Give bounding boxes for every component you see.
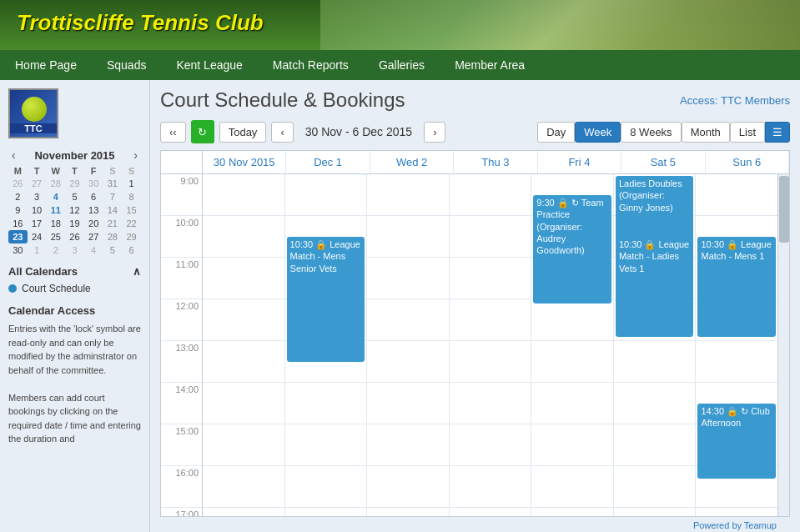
dc8[interactable] (450, 508, 531, 516)
dc5[interactable] (203, 383, 284, 424)
mini-cal-day[interactable]: 1 (28, 243, 47, 257)
dc1[interactable] (450, 216, 531, 258)
dc8[interactable] (696, 508, 777, 516)
dc4[interactable] (614, 341, 696, 383)
event-league-mens-1[interactable]: 10:30 🔒 League Match - Mens 1 (697, 237, 776, 337)
mini-cal-day[interactable]: 6 (84, 190, 103, 203)
mini-cal-day[interactable]: 26 (8, 177, 28, 190)
dc4[interactable] (450, 341, 531, 383)
mini-cal-day[interactable]: 19 (65, 217, 84, 230)
dc3[interactable] (367, 299, 449, 341)
mini-cal-day[interactable]: 31 (103, 177, 123, 190)
dc6[interactable] (367, 424, 449, 466)
dc0[interactable] (696, 174, 777, 216)
day-header-1[interactable]: Dec 1 (286, 151, 370, 173)
dc5[interactable] (531, 383, 613, 424)
dc7[interactable] (450, 466, 531, 508)
day-header-5[interactable]: Sat 5 (621, 151, 705, 173)
mini-cal-day[interactable]: 30 (84, 177, 103, 190)
view-day-button[interactable]: Day (537, 122, 575, 143)
view-8weeks-button[interactable]: 8 Weeks (621, 122, 681, 143)
mini-cal-day[interactable]: 4 (84, 243, 103, 257)
mini-cal-day[interactable]: 22 (122, 217, 141, 230)
mini-cal-day[interactable]: 24 (28, 230, 47, 243)
mini-cal-day[interactable]: 16 (8, 217, 28, 230)
scrollbar-thumb[interactable] (779, 176, 789, 243)
mini-cal-day[interactable]: 21 (103, 217, 123, 230)
dc0[interactable] (367, 174, 449, 216)
mini-cal-day[interactable]: 11 (46, 203, 65, 217)
dc3[interactable] (531, 299, 613, 341)
mini-cal-day[interactable]: 18 (46, 217, 65, 230)
dc5[interactable] (367, 383, 449, 424)
mini-cal-day[interactable]: 9 (8, 203, 28, 217)
prev-period-button[interactable]: ‹‹ (160, 122, 186, 143)
mini-cal-day[interactable]: 14 (103, 203, 123, 217)
dc4[interactable] (367, 341, 449, 383)
mini-cal-day[interactable]: 27 (28, 177, 47, 190)
mini-cal-day[interactable]: 17 (28, 217, 47, 230)
day-col-5[interactable]: Ladies Doubles (Organiser: Ginny Jones) … (614, 174, 697, 516)
dc1[interactable] (367, 216, 449, 258)
event-league-ladies-vets[interactable]: 10:30 🔒 League Match - Ladies Vets 1 (616, 237, 694, 337)
dc3[interactable] (203, 299, 284, 341)
mini-cal-day[interactable]: 29 (65, 177, 84, 190)
mini-cal-day[interactable]: 13 (84, 203, 103, 217)
day-col-1[interactable]: 10:30 🔒 League Match - Mens Senior Vets (285, 174, 368, 516)
dc7[interactable] (285, 466, 367, 508)
dc8[interactable] (367, 508, 449, 516)
nav-match-reports[interactable]: Match Reports (258, 50, 364, 80)
refresh-button[interactable]: ↻ (191, 120, 214, 143)
mini-cal-day[interactable]: 3 (65, 243, 84, 257)
mini-cal-day[interactable]: 28 (46, 177, 65, 190)
mini-cal-day[interactable]: 28 (103, 230, 123, 243)
mini-cal-day[interactable]: 25 (46, 230, 65, 243)
dc8[interactable] (614, 508, 696, 516)
powered-by-link[interactable]: Powered by Teamup (693, 520, 777, 530)
today-button[interactable]: Today (219, 122, 267, 143)
dc4[interactable] (203, 341, 284, 383)
event-team-practice[interactable]: 9:30 🔒 ↻ Team Practice (Organiser: Audre… (533, 195, 611, 304)
mini-cal-day[interactable]: 26 (65, 230, 84, 243)
mini-cal-day[interactable]: 10 (28, 203, 47, 217)
view-list-button[interactable]: List (730, 122, 765, 143)
dc8[interactable] (285, 508, 367, 516)
dc8[interactable] (531, 508, 613, 516)
dc0[interactable] (285, 174, 367, 216)
mini-cal-prev[interactable]: ‹ (8, 148, 19, 162)
dc0[interactable] (203, 174, 284, 216)
nav-home[interactable]: Home Page (0, 50, 92, 80)
mini-cal-day[interactable]: 4 (46, 190, 65, 203)
mini-cal-day[interactable]: 2 (46, 243, 65, 257)
mini-cal-day[interactable]: 3 (28, 190, 47, 203)
prev-week-button[interactable]: ‹ (271, 122, 293, 143)
mini-cal-day[interactable]: 1 (122, 177, 141, 190)
nav-squads[interactable]: Squads (92, 50, 161, 80)
day-col-0[interactable] (203, 174, 285, 516)
day-header-6[interactable]: Sun 6 (706, 151, 789, 173)
day-header-2[interactable]: Wed 2 (370, 151, 454, 173)
nav-member-area[interactable]: Member Area (440, 50, 540, 80)
view-month-button[interactable]: Month (682, 122, 730, 143)
mini-cal-day[interactable]: 2 (8, 190, 28, 203)
dc7[interactable] (203, 466, 284, 508)
calendar-item-court[interactable]: Court Schedule (8, 283, 141, 294)
scrollbar-track[interactable] (777, 174, 789, 516)
mini-cal-day[interactable]: 5 (103, 243, 123, 257)
view-menu-button[interactable]: ☰ (765, 122, 790, 143)
mini-cal-day[interactable]: 12 (65, 203, 84, 217)
dc7[interactable] (531, 466, 613, 508)
mini-cal-today[interactable]: 23 (8, 230, 28, 243)
dc8[interactable] (203, 508, 284, 516)
dc2[interactable] (203, 258, 284, 299)
mini-cal-day[interactable]: 20 (84, 217, 103, 230)
nav-kent-league[interactable]: Kent League (161, 50, 257, 80)
dc5[interactable] (285, 383, 367, 424)
dc4[interactable] (696, 341, 777, 383)
mini-cal-day[interactable]: 8 (122, 190, 141, 203)
day-col-4[interactable]: 9:30 🔒 ↻ Team Practice (Organiser: Audre… (531, 174, 614, 516)
day-header-4[interactable]: Fri 4 (538, 151, 621, 173)
mini-cal-day[interactable]: 30 (8, 243, 28, 257)
dc2[interactable] (367, 258, 449, 299)
dc6[interactable] (203, 424, 284, 466)
